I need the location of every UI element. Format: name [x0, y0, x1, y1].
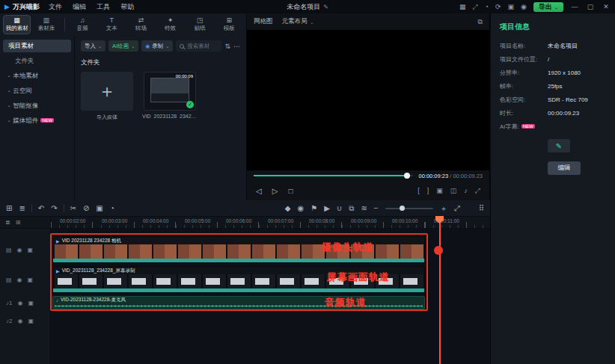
record-button[interactable]: ◉ 录制 ⌄ [141, 40, 173, 52]
sidebar-item-cloud[interactable]: ▪云空间 [3, 84, 71, 97]
snapshot-icon[interactable]: ◫ [450, 187, 457, 195]
ruler-label: 00:00:04:00 [143, 218, 168, 223]
screen-video-clip[interactable]: ▶ VID_20231128_234228_屏幕录制 [52, 266, 425, 293]
mark-in-icon[interactable]: [ [417, 187, 420, 195]
menu-help[interactable]: 帮助 [119, 2, 135, 12]
playhead-line[interactable] [439, 217, 441, 364]
lock-icon[interactable]: ▣ [28, 247, 34, 253]
zoom-in-icon[interactable]: ＋ [440, 203, 447, 214]
templates-icon: ⊞ [227, 17, 233, 24]
eye-icon[interactable]: ◉ [17, 300, 22, 306]
sidebar-item-smart-cutout[interactable]: ▪智能抠像 [3, 99, 71, 112]
ai-edit-button[interactable]: ✎ [548, 139, 570, 152]
search-box[interactable] [176, 40, 221, 52]
view-mode-label[interactable]: 网格图 [254, 17, 273, 26]
speed-icon[interactable]: ◔ [110, 204, 114, 212]
render-preview-icon[interactable]: ▶ [324, 204, 330, 212]
track-rows-icon[interactable]: ≣ [19, 204, 25, 212]
play-icon[interactable]: ▷ [272, 187, 278, 195]
filter-icon[interactable]: ⇅ [224, 43, 230, 50]
audio-clip[interactable]: ♪ VID-20231128-234228-麦克风 [52, 296, 425, 309]
close-button[interactable]: ✕ [602, 3, 611, 10]
mute-icon[interactable]: ♪ [464, 187, 468, 195]
lock-icon[interactable]: ▣ [28, 318, 34, 324]
tab-my-media[interactable]: ▦ 我的素材 [3, 15, 31, 34]
track-height-icon[interactable]: ⊞ [16, 219, 21, 226]
tab-transition[interactable]: ⇄ 转场 [127, 15, 155, 34]
tab-templates[interactable]: ⊞ 模板 [215, 15, 243, 34]
export-button[interactable]: 导出 ⌄ [533, 2, 563, 12]
voiceover-icon[interactable]: ◉ [298, 204, 305, 212]
layout-dropdown[interactable]: 元素布局 ⌄ [282, 17, 314, 26]
resize-icon[interactable]: ⤢ [472, 3, 477, 11]
minimize-button[interactable]: — [570, 3, 579, 10]
grid-view-icon[interactable]: ⠿ [479, 204, 484, 212]
tab-audio[interactable]: ♫ 音频 [68, 15, 96, 34]
more-icon[interactable]: ⋯ [233, 43, 240, 50]
lock-icon[interactable]: ▣ [28, 277, 34, 283]
crop-tool-icon[interactable]: ▣ [96, 204, 102, 212]
eye-icon[interactable]: ◉ [17, 247, 22, 253]
zoom-out-icon[interactable]: − [374, 204, 379, 212]
time-ruler[interactable]: 00:00:02:00 00:00:03:00 00:00:04:00 00:0… [51, 217, 490, 228]
rename-icon[interactable]: ✎ [323, 4, 328, 10]
import-button[interactable]: 导入 ⌄ [81, 40, 105, 52]
ruler-label: 00:00:07:00 [268, 218, 293, 223]
import-tile-label: 导入媒体 [97, 114, 117, 121]
chevron-down-icon: ⌄ [165, 43, 169, 49]
crop-icon[interactable]: ▣ [436, 187, 443, 195]
menu-file[interactable]: 文件 [47, 2, 64, 12]
undo-icon[interactable]: ↶ [38, 204, 44, 212]
sidebar-item-local-media[interactable]: ▪本地素材 [3, 70, 71, 82]
tab-effects[interactable]: ✦ 特效 [156, 15, 184, 34]
previous-frame-icon[interactable]: ◁ [256, 187, 262, 195]
mark-out-icon[interactable]: ] [427, 187, 429, 195]
magnet-icon[interactable]: ∪ [337, 204, 342, 212]
sync-icon[interactable]: ⟳ [495, 3, 501, 10]
seek-handle[interactable] [404, 173, 410, 179]
keyframe-icon[interactable]: ◆ [285, 204, 291, 212]
redo-icon[interactable]: ↷ [51, 204, 57, 212]
stop-icon[interactable]: □ [288, 187, 293, 195]
search-input[interactable] [187, 43, 218, 49]
preview-viewport[interactable] [247, 30, 489, 170]
account-icon[interactable]: ◉ [521, 3, 527, 10]
edit-project-button[interactable]: 编辑 [548, 161, 581, 175]
ai-paint-button[interactable]: AI绘画 ⌄ [108, 40, 138, 52]
eye-icon[interactable]: ◉ [17, 277, 22, 283]
help-icon[interactable]: ◔ [485, 3, 489, 10]
cart-icon[interactable]: ▣ [508, 3, 515, 10]
tab-stock[interactable]: ▥ 素材库 [32, 15, 60, 34]
tab-text[interactable]: T 文本 [98, 15, 126, 34]
sidebar-item-folder[interactable]: 文件夹 [3, 55, 71, 67]
split-icon[interactable]: ✂ [70, 204, 76, 212]
zoom-slider-handle[interactable] [400, 206, 405, 211]
marker-icon[interactable]: ⚑ [310, 204, 317, 212]
fit-timeline-icon[interactable]: ⤢ [454, 204, 460, 213]
lock-icon[interactable]: ▣ [28, 300, 34, 306]
snap-icon[interactable]: ≋ [361, 204, 367, 212]
timeline-panel: ⊞ ≣ ↶ ↷ ✂ ⊘ ▣ ◔ [0, 200, 490, 364]
layout-icon[interactable]: ▦ [459, 3, 466, 10]
fullscreen-icon[interactable]: ⤢ [475, 187, 480, 195]
timeline-tracks[interactable]: ▶ VID 20231128 234228 相机 ▶ VID_20231128_… [51, 229, 490, 364]
tab-stickers[interactable]: ◳ 贴纸 [186, 15, 213, 34]
track-headers: ▤ ◉ ▣ ▤ ◉ ▣ ♪1 ◉ ▣ [0, 229, 51, 364]
link-icon[interactable]: ⧉ [349, 204, 354, 213]
sidebar-item-media-components[interactable]: ▪媒体组件NEW [3, 114, 71, 127]
delete-icon[interactable]: ⊘ [83, 204, 89, 212]
collapse-tracks-icon[interactable]: ≣ [5, 219, 10, 226]
menu-tools[interactable]: 工具 [95, 2, 111, 12]
track-manage-icon[interactable]: ⊞ [6, 204, 12, 212]
zoom-slider[interactable] [385, 208, 433, 209]
camera-video-clip[interactable]: ▶ VID 20231128 234228 相机 [52, 236, 425, 263]
seek-bar[interactable] [254, 175, 413, 176]
sidebar-item-project-media[interactable]: 项目素材 [3, 40, 71, 52]
pip-icon[interactable]: ⧉ [478, 18, 483, 26]
video-clip-tile[interactable]: 00:00:09 ✓ VID_20231128_234228.mp4 [144, 72, 196, 119]
import-media-tile[interactable]: ＋ 导入媒体 [81, 72, 133, 121]
menu-edit[interactable]: 编辑 [71, 2, 88, 12]
bullet-icon: ▪ [8, 104, 10, 108]
maximize-button[interactable]: ▢ [586, 3, 595, 10]
eye-icon[interactable]: ◉ [17, 318, 22, 324]
